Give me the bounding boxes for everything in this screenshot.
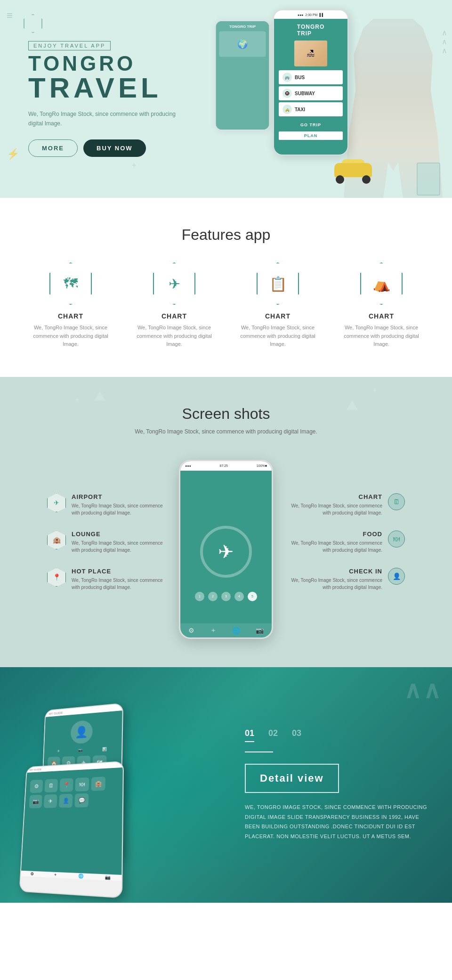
screenshots-section: + + Screen shots We, TongRo Image Stock,…	[0, 377, 452, 667]
hero-tagline: ENJOY TRAVEL APP	[28, 41, 111, 50]
screen-right-items: 🗓 CHART We, TongRo Image Stock, since co…	[282, 493, 405, 605]
phone-image-preview: 🏖	[294, 41, 327, 66]
phone-page-dots: 1 2 3 4 5	[195, 592, 257, 601]
hero-section: ≡ ⚡ ∧∧∧ + ENJOY TRAVEL APP TONGRO TRAVEL…	[0, 0, 452, 198]
bus-icon: 🚌	[282, 73, 292, 82]
iso-phone-2: MY GUIDE ⚙ 🗓 📍 🍽 🏨 📷 ✈ 👤 💬	[19, 761, 124, 898]
step-tabs: 01 02 03	[245, 728, 433, 742]
car-wheel-left	[336, 175, 344, 184]
airport-icon: ✈	[47, 493, 66, 512]
iso2-icon-3: 📍	[59, 778, 73, 792]
feature-item-0: 🗺 CHART We, TongRo Image Stock, since co…	[28, 262, 113, 349]
iso-phone-wrapper: MY GUIDE 👤 ✈ 📷 📊 🏠 ⚙ ✈ 🗺	[19, 695, 217, 874]
buy-now-button[interactable]: BUY NOW	[83, 139, 146, 157]
feature-label-2: CHART	[235, 312, 320, 320]
screen-feature-airport: ✈ AIRPORT We, TongRo Image Stock, since …	[47, 493, 170, 516]
screen-left-items: ✈ AIRPORT We, TongRo Image Stock, since …	[47, 493, 170, 605]
feature-desc-1: We, TongRo Image Stock, since commence w…	[132, 324, 217, 349]
features-grid: 🗺 CHART We, TongRo Image Stock, since co…	[19, 262, 433, 349]
features-title: Features app	[19, 226, 433, 244]
hero-title-top: TONGRO	[28, 53, 179, 74]
phone-menu-taxi: 🚕 TAXI	[279, 102, 343, 116]
phone-menu-subway: 🚇 SUBWAY	[279, 86, 343, 100]
dot-2[interactable]: 2	[208, 592, 218, 601]
bottom-icon-camera[interactable]: 📷	[256, 627, 264, 634]
feature-item-3: ⛺ CHART We, TongRo Image Stock, since co…	[339, 262, 424, 349]
hero-phone-bg: TONGRO TRIP 🌍	[215, 20, 270, 131]
dot-1[interactable]: 1	[195, 592, 204, 601]
iso2-icon-7: ✈	[44, 794, 57, 808]
dot-3[interactable]: 3	[221, 592, 231, 601]
screenshots-title: Screen shots	[19, 405, 433, 423]
phone-bottom-nav: ⚙ ＋ 🌐 📷	[180, 623, 272, 637]
iso2-icon-4: 🍽	[75, 777, 89, 792]
phone-go-trip-button[interactable]: GO TRIP	[279, 120, 343, 130]
bottom-icon-globe[interactable]: 🌐	[232, 627, 240, 634]
feature-icon-3: ⛺	[373, 276, 390, 292]
screenshots-content: ✈ AIRPORT We, TongRo Image Stock, since …	[19, 460, 433, 639]
iso2-icon-2: 🗓	[44, 779, 58, 792]
phone-top-status-bar: ●●●87:25100%■	[180, 461, 272, 471]
step-tab-01[interactable]: 01	[245, 728, 254, 742]
hero-buttons: MORE BUY NOW	[28, 139, 179, 157]
dot-5[interactable]: 5	[248, 592, 257, 601]
hero-description: We, TongRo Image Stock, since commence w…	[28, 110, 179, 128]
tab-underline	[245, 751, 273, 752]
car-decoration	[332, 158, 374, 184]
feature-desc-3: We, TongRo Image Stock, since commence w…	[339, 324, 424, 349]
food-icon: 🍽	[388, 531, 405, 547]
phone-circle-indicator: ✈	[200, 526, 252, 578]
screen-feature-food: 🍽 FOOD We, TongRo Image Stock, since com…	[282, 531, 405, 554]
feature-desc-0: We, TongRo Image Stock, since commence w…	[28, 324, 113, 349]
feature-hex-1: ✈	[153, 262, 195, 305]
dot-4[interactable]: 4	[234, 592, 244, 601]
chart-icon: 🗓	[388, 493, 405, 510]
feature-item-2: 📋 CHART We, TongRo Image Stock, since co…	[235, 262, 320, 349]
feature-icon-0: 🗺	[64, 276, 78, 292]
phone-screen: TONGROTRIP 🏖 🚌 BUS 🚇 SUBWAY 🚕 TAXI GO TR…	[274, 19, 347, 155]
feature-desc-2: We, TongRo Image Stock, since commence w…	[235, 324, 320, 349]
lounge-icon: 🏨	[47, 531, 66, 549]
more-button[interactable]: MORE	[28, 139, 78, 157]
iso2-icon-5: 🏨	[91, 776, 105, 791]
deco-plus-screenshots-2: +	[373, 386, 377, 394]
screenshots-desc: We, TongRo Image Stock, since commence w…	[19, 427, 433, 436]
iso2-icon-9: 💬	[74, 793, 89, 808]
bottom-icon-add[interactable]: ＋	[210, 626, 217, 635]
food-text: FOOD We, TongRo Image Stock, since comme…	[282, 531, 382, 554]
phone-menu-bus: 🚌 BUS	[279, 70, 343, 84]
checkin-icon: 👤	[388, 568, 405, 585]
center-phone-mockup: ●●●87:25100%■ ✈ 1 2 3 4 5 ⚙	[179, 460, 273, 639]
step-tab-03[interactable]: 03	[292, 728, 301, 742]
suitcase-decoration	[417, 163, 440, 196]
bottom-icon-settings[interactable]: ⚙	[188, 627, 194, 634]
phone-plan-button[interactable]: PLAN	[279, 131, 343, 140]
screen-feature-hotplace: 📍 HOT PLACE We, TongRo Image Stock, sinc…	[47, 568, 170, 591]
deco-lines-1: ≡	[7, 9, 13, 22]
detail-view-box: Detail view	[245, 764, 339, 793]
detail-left: MY GUIDE 👤 ✈ 📷 📊 🏠 ⚙ ✈ 🗺	[19, 695, 217, 874]
phone-main-screen: ✈ 1 2 3 4 5	[180, 461, 272, 637]
lounge-text: LOUNGE We, TongRo Image Stock, since com…	[72, 531, 170, 554]
deco-lightning: ⚡	[7, 148, 19, 160]
hero-right-content: ●●●2:00 PM▌▌ TONGROTRIP 🏖 🚌 BUS 🚇 SUBWAY…	[160, 0, 452, 198]
feature-hex-0: 🗺	[49, 262, 92, 305]
iso-phone1-stats: ✈ 📷 📊	[48, 747, 117, 753]
center-phone-wrapper: ●●●87:25100%■ ✈ 1 2 3 4 5 ⚙	[170, 460, 282, 639]
feature-label-0: CHART	[28, 312, 113, 320]
airport-text: AIRPORT We, TongRo Image Stock, since co…	[72, 493, 170, 516]
checkin-text: CHECK IN We, TongRo Image Stock, since c…	[282, 568, 382, 591]
hotplace-text: HOT PLACE We, TongRo Image Stock, since …	[72, 568, 170, 591]
phone-trip-title: TONGROTRIP	[297, 24, 324, 37]
plane-icon-large: ✈	[218, 541, 234, 563]
iso2-icon-8: 👤	[59, 794, 73, 808]
detail-section: ∧∧ MY GUIDE 👤 ✈ 📷 📊 🏠 ⚙	[0, 667, 452, 903]
iso-phone1-avatar: 👤	[70, 720, 93, 744]
deco-plus: +	[132, 161, 136, 170]
detail-right: 01 02 03 Detail view WE, TONGRO IMAGE ST…	[217, 728, 433, 842]
iso-phone2-screen: ⚙ 🗓 📍 🍽 🏨 📷 ✈ 👤 💬	[21, 768, 123, 875]
detail-view-label: Detail view	[260, 772, 324, 784]
step-tab-02[interactable]: 02	[268, 728, 278, 742]
detail-body-text: WE, TONGRO IMAGE STOCK, SINCE COMMENCE W…	[245, 802, 433, 842]
iso2-icon-1: ⚙	[30, 779, 43, 793]
